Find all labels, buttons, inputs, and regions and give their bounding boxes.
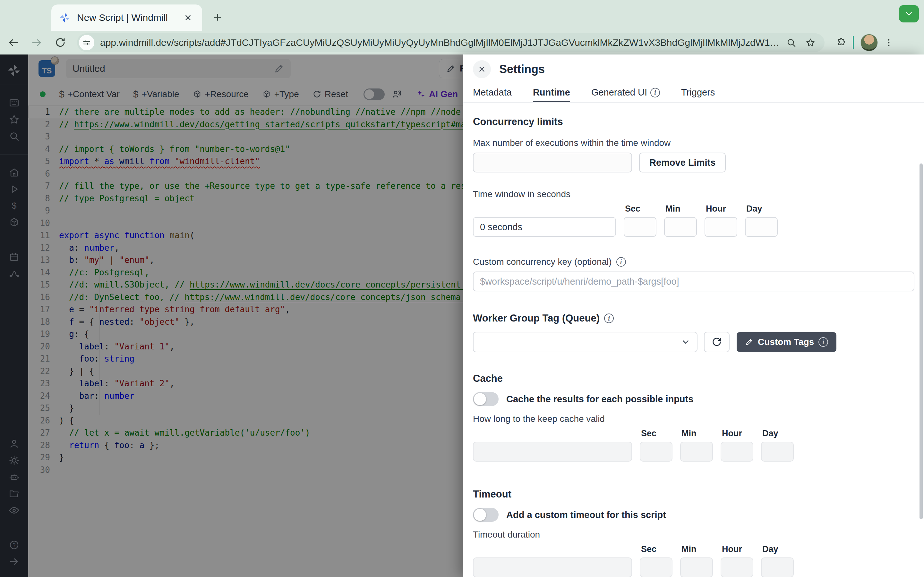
worker-group-heading: Worker Group Tag (Queue): [473, 313, 599, 324]
custom-key-placeholder: $workspace/script/u/henri/demo_path-$arg…: [480, 276, 679, 287]
refresh-icon: [711, 337, 722, 348]
zoom-icon[interactable]: [783, 34, 800, 51]
unit-input-sec[interactable]: [624, 217, 656, 237]
info-icon: i: [819, 337, 828, 347]
unit-input-hour[interactable]: [720, 442, 753, 462]
browser-tab[interactable]: New Script | Windmill: [51, 5, 202, 31]
back-icon[interactable]: [5, 34, 23, 52]
avatar[interactable]: [861, 34, 878, 51]
cache-duration-input[interactable]: [473, 442, 632, 462]
concurrency-heading: Concurrency limits: [473, 116, 914, 127]
remove-limits-button[interactable]: Remove Limits: [639, 153, 726, 172]
custom-concurrency-key-input[interactable]: $workspace/script/u/henri/demo_path-$arg…: [473, 271, 914, 292]
info-icon: i: [616, 257, 626, 267]
cache-duration-label: How long to the keep cache valid: [473, 414, 914, 424]
unit-label-min: Min: [680, 429, 713, 438]
unit-input-sec[interactable]: [640, 442, 672, 462]
unit-input-day[interactable]: [761, 442, 794, 462]
extensions-icon[interactable]: [833, 34, 850, 51]
browser-menu-icon[interactable]: [882, 34, 896, 51]
site-settings-icon[interactable]: [79, 35, 94, 50]
custom-key-label: Custom concurrency key (optional): [473, 257, 612, 267]
unit-label-min: Min: [664, 204, 697, 214]
unit-input-day[interactable]: [745, 217, 778, 237]
settings-drawer: Settings Metadata Runtime Generated UI i…: [463, 55, 924, 577]
settings-tabs: Metadata Runtime Generated UI i Triggers: [463, 84, 924, 103]
unit-input-min[interactable]: [664, 217, 697, 237]
unit-label-min: Min: [680, 544, 713, 554]
new-tab-button[interactable]: [209, 9, 226, 26]
tab-runtime[interactable]: Runtime: [533, 84, 570, 102]
runtime-panel: Concurrency limits Max number of executi…: [463, 116, 924, 577]
unit-input-hour[interactable]: [720, 558, 753, 577]
unit-label-sec: Sec: [624, 204, 656, 214]
tab-metadata[interactable]: Metadata: [473, 84, 512, 102]
unit-label-day: Day: [761, 429, 794, 438]
time-window-value: 0 seconds: [480, 222, 522, 232]
timeout-toggle-label: Add a custom timeout for this script: [506, 510, 666, 520]
unit-label-hour: Hour: [704, 204, 737, 214]
unit-label-day: Day: [761, 544, 794, 554]
browser-chrome: New Script | Windmill app.windmill.dev/s…: [0, 0, 924, 55]
unit-input-sec[interactable]: [640, 558, 672, 577]
drawer-scrollbar[interactable]: [919, 163, 923, 519]
worker-group-select[interactable]: [473, 332, 698, 352]
unit-label-sec: Sec: [640, 544, 672, 554]
timeout-duration-label: Timeout duration: [473, 530, 914, 540]
timeout-duration-input[interactable]: [473, 558, 632, 577]
tab-generated-ui[interactable]: Generated UI i: [591, 84, 660, 102]
cache-toggle-label: Cache the results for each possible inpu…: [506, 394, 693, 405]
custom-tags-label: Custom Tags: [758, 337, 814, 347]
app-page: TS Untitled Path $ +Context Var $ +Varia…: [0, 55, 924, 577]
chevron-down-icon: [681, 337, 690, 347]
browser-profile-chevron-button[interactable]: [899, 5, 919, 23]
browser-toolbar: app.windmill.dev/scripts/add#JTdCJTIyaGF…: [0, 31, 924, 55]
close-icon[interactable]: [473, 60, 491, 78]
windmill-favicon: [59, 12, 71, 23]
unit-input-min[interactable]: [680, 558, 713, 577]
unit-input-min[interactable]: [680, 442, 713, 462]
pencil-icon: [745, 338, 753, 346]
reload-icon[interactable]: [51, 34, 69, 52]
unit-label-hour: Hour: [720, 429, 753, 438]
unit-label-sec: Sec: [640, 429, 672, 438]
info-icon: i: [604, 314, 614, 323]
toolbar-separator: [853, 36, 854, 49]
address-bar[interactable]: app.windmill.dev/scripts/add#JTdCJTIyaGF…: [77, 33, 825, 52]
timeout-heading: Timeout: [473, 488, 914, 500]
tab-close-icon[interactable]: [182, 11, 194, 24]
settings-header: Settings: [463, 55, 924, 84]
bookmark-star-icon[interactable]: [802, 34, 819, 51]
cache-toggle[interactable]: [473, 392, 499, 406]
drawer-backdrop[interactable]: [0, 55, 463, 577]
tab-title: New Script | Windmill: [77, 12, 182, 23]
time-window-label: Time window in seconds: [473, 189, 914, 199]
time-window-input[interactable]: 0 seconds: [473, 217, 616, 237]
unit-label-hour: Hour: [720, 544, 753, 554]
timeout-toggle[interactable]: [473, 508, 499, 522]
url-text[interactable]: app.windmill.dev/scripts/add#JTdCJTIyaGF…: [100, 37, 780, 48]
unit-input-day[interactable]: [761, 558, 794, 577]
max-executions-input[interactable]: [473, 153, 632, 172]
cache-heading: Cache: [473, 373, 914, 384]
settings-title: Settings: [499, 63, 545, 76]
tab-triggers[interactable]: Triggers: [681, 84, 715, 102]
tab-strip: New Script | Windmill: [0, 0, 924, 31]
custom-tags-button[interactable]: Custom Tags i: [737, 332, 837, 352]
info-icon: i: [650, 88, 660, 97]
forward-icon[interactable]: [27, 34, 45, 52]
refresh-tags-button[interactable]: [704, 332, 730, 352]
unit-input-hour[interactable]: [704, 217, 737, 237]
unit-label-day: Day: [745, 204, 778, 214]
max-executions-label: Max number of executions within the time…: [473, 138, 914, 148]
tab-generated-ui-label: Generated UI: [591, 87, 647, 98]
